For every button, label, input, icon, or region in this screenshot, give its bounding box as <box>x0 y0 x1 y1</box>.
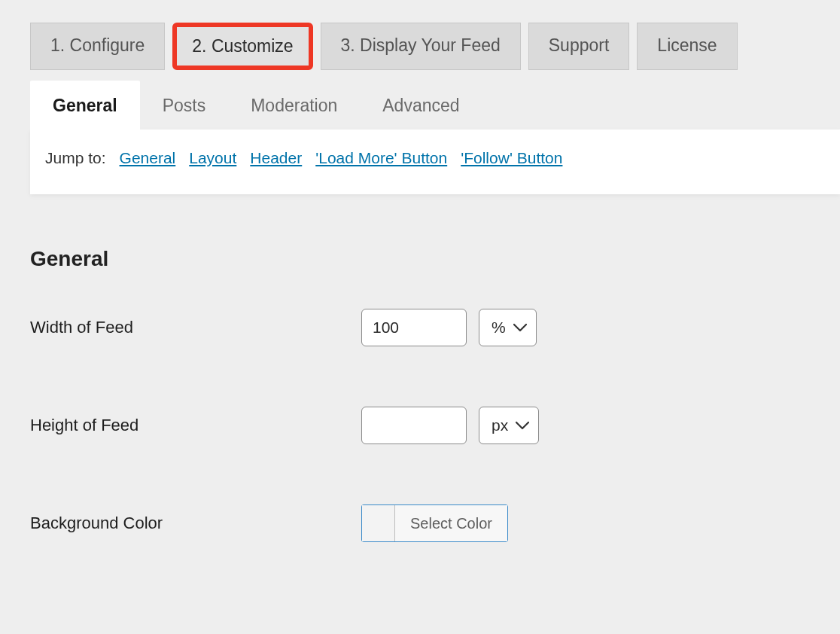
tab-configure[interactable]: 1. Configure <box>30 23 165 70</box>
tab-label: 3. Display Your Feed <box>341 35 501 55</box>
jump-link-layout[interactable]: Layout <box>189 149 236 167</box>
subtab-label: Moderation <box>251 96 337 115</box>
subtab-advanced[interactable]: Advanced <box>360 81 482 130</box>
background-color-label: Background Color <box>30 514 361 533</box>
jump-link-load-more[interactable]: 'Load More' Button <box>315 149 447 167</box>
width-unit-value: % <box>492 319 506 337</box>
tab-label: Support <box>549 35 610 55</box>
subtab-general[interactable]: General <box>30 81 140 130</box>
subtab-posts[interactable]: Posts <box>140 81 229 130</box>
jump-link-general[interactable]: General <box>120 149 176 167</box>
height-unit-select[interactable]: px <box>479 407 539 444</box>
tab-display-feed[interactable]: 3. Display Your Feed <box>321 23 521 70</box>
row-height-of-feed: Height of Feed px <box>30 407 810 444</box>
general-section: General Width of Feed % Height of Feed p <box>0 194 840 542</box>
tab-customize[interactable]: 2. Customize <box>172 23 312 70</box>
jump-link-header[interactable]: Header <box>250 149 302 167</box>
row-width-of-feed: Width of Feed % <box>30 309 810 346</box>
subtab-label: Posts <box>163 96 206 115</box>
jump-to-label: Jump to: <box>45 149 106 167</box>
tab-label: 1. Configure <box>50 35 145 55</box>
width-of-feed-input[interactable] <box>361 309 467 346</box>
height-unit-value: px <box>492 416 508 434</box>
subtab-label: Advanced <box>382 96 459 115</box>
width-of-feed-label: Width of Feed <box>30 318 361 337</box>
secondary-tabs: General Posts Moderation Advanced <box>0 81 840 130</box>
height-of-feed-input[interactable] <box>361 407 467 444</box>
color-swatch <box>362 505 395 541</box>
tab-label: License <box>657 35 717 55</box>
tab-license[interactable]: License <box>637 23 737 70</box>
tab-support[interactable]: Support <box>528 23 630 70</box>
row-background-color: Background Color Select Color <box>30 504 810 542</box>
chevron-down-icon <box>513 323 527 332</box>
primary-tabs: 1. Configure 2. Customize 3. Display You… <box>0 0 840 70</box>
background-color-picker[interactable]: Select Color <box>361 504 508 542</box>
subtab-moderation[interactable]: Moderation <box>228 81 360 130</box>
section-heading: General <box>30 247 810 271</box>
height-of-feed-label: Height of Feed <box>30 416 361 435</box>
jump-link-follow[interactable]: 'Follow' Button <box>461 149 562 167</box>
select-color-button-label: Select Color <box>395 505 507 541</box>
chevron-down-icon <box>516 421 529 430</box>
subtab-label: General <box>53 96 117 115</box>
jump-panel: Jump to: General Layout Header 'Load Mor… <box>30 130 840 194</box>
tab-label: 2. Customize <box>192 36 293 56</box>
width-unit-select[interactable]: % <box>479 309 537 346</box>
